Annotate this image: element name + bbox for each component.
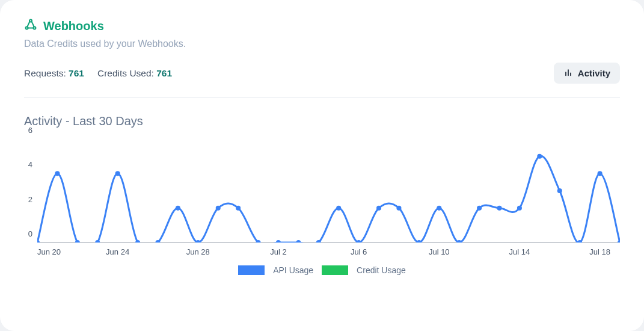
credits-stat: Credits Used: 761 bbox=[97, 68, 172, 79]
stats-left: Requests: 761 Credits Used: 761 bbox=[24, 68, 172, 79]
chart-legend: API Usage Credit Usage bbox=[24, 265, 620, 275]
x-tick-label: Jul 18 bbox=[589, 247, 610, 256]
svg-point-32 bbox=[537, 154, 542, 159]
x-tick-label: Jun 24 bbox=[106, 247, 129, 256]
requests-value: 761 bbox=[69, 68, 84, 78]
y-tick-label: 6 bbox=[28, 126, 32, 135]
x-axis-labels: Jun 20Jun 24Jun 28Jul 2Jul 6Jul 10Jul 14… bbox=[37, 245, 620, 259]
svg-point-31 bbox=[517, 206, 522, 211]
svg-point-26 bbox=[417, 240, 422, 243]
svg-point-16 bbox=[216, 206, 221, 211]
section-title: Webhooks bbox=[43, 19, 104, 33]
bar-chart-icon bbox=[563, 67, 573, 79]
svg-point-8 bbox=[55, 171, 60, 176]
svg-point-7 bbox=[37, 240, 40, 243]
credits-value: 761 bbox=[156, 68, 172, 78]
svg-point-17 bbox=[236, 206, 241, 211]
chart-plot-area bbox=[37, 139, 620, 243]
svg-point-35 bbox=[598, 171, 603, 176]
svg-point-27 bbox=[437, 206, 441, 211]
y-tick-label: 0 bbox=[28, 229, 32, 238]
svg-point-23 bbox=[357, 240, 361, 243]
x-tick-label: Jun 20 bbox=[37, 247, 61, 256]
svg-point-14 bbox=[176, 206, 180, 211]
activity-button[interactable]: Activity bbox=[554, 63, 620, 84]
y-tick-label: 4 bbox=[28, 160, 32, 169]
y-axis-labels: 0246 bbox=[24, 139, 37, 243]
x-tick-label: Jul 10 bbox=[429, 247, 450, 256]
stats-row: Requests: 761 Credits Used: 761 Activity bbox=[24, 63, 620, 84]
chart: 0246 Jun 20Jun 24Jun 28Jul 2Jul 6Jul 10J… bbox=[24, 139, 620, 259]
svg-point-24 bbox=[376, 206, 381, 211]
chart-svg bbox=[37, 139, 620, 243]
requests-label: Requests: bbox=[24, 68, 69, 78]
chart-title: Activity - Last 30 Days bbox=[24, 114, 620, 128]
legend-swatch-api bbox=[238, 265, 265, 275]
svg-point-33 bbox=[557, 188, 562, 193]
legend-swatch-credit bbox=[322, 265, 348, 275]
divider bbox=[24, 97, 620, 97]
webhooks-icon bbox=[24, 18, 37, 34]
legend-label-api: API Usage bbox=[273, 265, 313, 275]
svg-point-29 bbox=[477, 206, 482, 211]
x-tick-label: Jul 14 bbox=[509, 247, 530, 256]
x-tick-label: Jul 6 bbox=[351, 247, 367, 256]
svg-point-22 bbox=[336, 206, 341, 211]
svg-point-15 bbox=[195, 240, 200, 243]
svg-point-30 bbox=[497, 206, 501, 211]
webhooks-card: Webhooks Data Credits used by your Webho… bbox=[0, 0, 644, 331]
svg-point-20 bbox=[296, 240, 301, 243]
svg-point-19 bbox=[276, 240, 281, 243]
section-header: Webhooks bbox=[24, 18, 620, 34]
x-tick-label: Jun 28 bbox=[186, 247, 210, 256]
y-tick-label: 2 bbox=[28, 194, 32, 203]
section-subtitle: Data Credits used by your Webhooks. bbox=[24, 39, 620, 49]
svg-point-25 bbox=[396, 206, 401, 211]
svg-point-36 bbox=[618, 240, 620, 243]
requests-stat: Requests: 761 bbox=[24, 68, 84, 79]
x-tick-label: Jul 2 bbox=[270, 247, 286, 256]
activity-button-label: Activity bbox=[578, 68, 610, 78]
svg-point-28 bbox=[457, 240, 462, 243]
credits-label: Credits Used: bbox=[97, 68, 156, 78]
legend-label-credit: Credit Usage bbox=[357, 265, 406, 275]
svg-point-11 bbox=[115, 171, 120, 176]
